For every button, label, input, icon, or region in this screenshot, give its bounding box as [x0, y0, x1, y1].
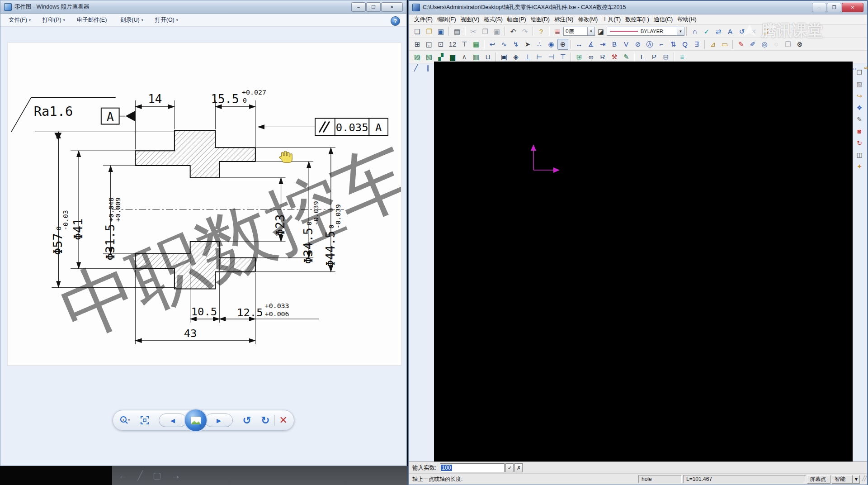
- green-pen-icon[interactable]: ✎: [621, 52, 632, 62]
- insert-style-icon[interactable]: ❖: [854, 102, 865, 113]
- cx-menu-format[interactable]: 格式(S): [484, 16, 503, 24]
- help-icon[interactable]: ?: [536, 26, 547, 37]
- ghost-x-icon[interactable]: ✕: [748, 26, 759, 37]
- layers-icon[interactable]: ≣: [552, 26, 563, 37]
- pv-menu-burn[interactable]: 刻录(U)▾: [120, 16, 143, 24]
- hatch-cut-icon[interactable]: ▥: [471, 52, 481, 62]
- cancel-circle-icon[interactable]: ⊗: [794, 39, 805, 50]
- props-icon[interactable]: ❐: [854, 67, 865, 77]
- zoom-window-icon[interactable]: ◱: [424, 39, 434, 50]
- pv-menu-email[interactable]: 电子邮件(E): [77, 16, 109, 24]
- delete-button[interactable]: ✕: [279, 414, 288, 426]
- tool-down-icon[interactable]: ⊥: [522, 52, 533, 62]
- switch-view-icon[interactable]: ⇄: [713, 26, 724, 37]
- cx-menu-view[interactable]: 视图(V): [461, 16, 480, 24]
- hand-page-icon[interactable]: ❑: [760, 26, 771, 37]
- dim-exists-icon[interactable]: ∃: [691, 39, 702, 50]
- gcode-icon[interactable]: ⊞: [574, 52, 585, 62]
- zigzag-icon[interactable]: ↯: [510, 39, 521, 50]
- scale-12-icon[interactable]: 12: [447, 39, 458, 50]
- print-icon[interactable]: ▤: [452, 26, 462, 37]
- resize-grip[interactable]: ╱╱: [862, 475, 866, 481]
- wave-icon[interactable]: ∿: [499, 39, 509, 50]
- new-icon[interactable]: ❏: [412, 26, 423, 37]
- red-pen-icon[interactable]: ✎: [736, 39, 746, 50]
- chevron-down-icon[interactable]: ▾: [853, 475, 860, 484]
- copy-icon[interactable]: ❐: [480, 26, 491, 37]
- list-icon[interactable]: ≡: [677, 52, 688, 62]
- groove-icon[interactable]: ▞: [435, 52, 446, 62]
- table-text-icon[interactable]: ⊤: [459, 39, 470, 50]
- cx-menu-dim[interactable]: 标注(N): [554, 16, 573, 24]
- cx-menu-lathe[interactable]: 数控车(L): [625, 16, 649, 24]
- cx-menu-paper[interactable]: 幅面(P): [507, 16, 526, 24]
- target-icon[interactable]: ◉: [546, 39, 557, 50]
- redo-icon[interactable]: ↷: [519, 26, 530, 37]
- player-stop-icon[interactable]: ▢: [153, 469, 161, 482]
- text-style-icon[interactable]: A: [725, 26, 736, 37]
- linestyle-combo[interactable]: BYLAYER ▼: [607, 27, 684, 36]
- cx-menu-comm[interactable]: 通信(C): [654, 16, 673, 24]
- caxa-canvas[interactable]: [434, 62, 853, 461]
- pv-minimize-button[interactable]: –: [351, 2, 366, 12]
- ref-icon[interactable]: R: [597, 52, 608, 62]
- export-icon[interactable]: ↪: [854, 90, 865, 101]
- cx-close-button[interactable]: ✕: [842, 3, 863, 12]
- dim-offset-icon[interactable]: ⇥: [597, 39, 608, 50]
- parallel-icon[interactable]: ∥: [422, 62, 434, 73]
- thread-icon[interactable]: ∧: [459, 52, 470, 62]
- update-style-icon[interactable]: ↻: [854, 138, 865, 148]
- view-code-icon[interactable]: ∞: [585, 52, 596, 62]
- rough-turn-icon[interactable]: ▨: [412, 52, 423, 62]
- zoom-text-icon[interactable]: ⊡: [435, 39, 446, 50]
- pick-arrow-icon[interactable]: ➤: [522, 39, 533, 50]
- pan-icon[interactable]: ⊞: [412, 39, 423, 50]
- fit-window-icon[interactable]: [140, 416, 149, 425]
- save-icon[interactable]: ▣: [435, 26, 446, 37]
- color-icon[interactable]: ◪: [595, 26, 606, 37]
- cx-menu-modify[interactable]: 修改(M): [578, 16, 598, 24]
- dim-diameter-icon[interactable]: ⊘: [632, 39, 643, 50]
- lib-icon[interactable]: L: [637, 52, 648, 62]
- cut-icon[interactable]: ✂: [468, 26, 479, 37]
- cx-maximize-button[interactable]: ❐: [827, 3, 841, 12]
- cx-menu-draw[interactable]: 绘图(D): [531, 16, 550, 24]
- edit-style-icon[interactable]: ✎: [854, 114, 865, 124]
- cx-menu-edit[interactable]: 编辑(E): [437, 16, 456, 24]
- photo-viewer-titlebar[interactable]: 零件图 - Windows 照片查看器 – ❐ ✕: [0, 0, 406, 14]
- pv-help-icon[interactable]: ?: [391, 16, 400, 26]
- line-icon[interactable]: ╱: [410, 62, 422, 73]
- rotate-ccw-icon[interactable]: ↺: [243, 414, 251, 427]
- slot-icon[interactable]: ⊔: [482, 52, 493, 62]
- tool-right-icon[interactable]: ⊣: [546, 52, 557, 62]
- diamond-icon[interactable]: ◈: [510, 52, 521, 62]
- cx-menu-file[interactable]: 文件(F): [414, 16, 433, 24]
- param-page-icon[interactable]: P: [649, 52, 660, 62]
- paste-icon[interactable]: ▣: [491, 26, 502, 37]
- toolbox-icon[interactable]: ⚒: [609, 52, 620, 62]
- zoom-icon[interactable]: +: [119, 416, 130, 425]
- player-back-icon[interactable]: ←: [118, 469, 127, 482]
- caxa-titlebar[interactable]: C:\Users\Administrator\Desktop\轴孔类零件\CAX…: [409, 1, 867, 14]
- tool-left-icon[interactable]: ⊢: [534, 52, 545, 62]
- refresh-icon[interactable]: ↺: [736, 26, 747, 37]
- layer-combo[interactable]: 0层▼: [563, 27, 595, 36]
- pv-menu-open[interactable]: 打开(O)▾: [155, 16, 178, 24]
- ortho-icon[interactable]: ∩: [689, 26, 700, 37]
- spline-edit-icon[interactable]: ↩: [487, 39, 498, 50]
- smart-mode-combo[interactable]: 智能: [832, 475, 853, 484]
- zoom-plus-icon[interactable]: ◎: [759, 39, 770, 50]
- chevron-down-icon[interactable]: ▼: [677, 27, 684, 35]
- tool-up-icon[interactable]: ⊤: [557, 52, 568, 62]
- part-drawing-photo[interactable]: Ra1.6 A 0.035 A 14 15.5 +0.027 0: [7, 43, 401, 366]
- measure-ruler-icon[interactable]: ▭: [719, 39, 730, 50]
- previous-button[interactable]: ◀: [159, 414, 187, 427]
- drill-icon[interactable]: ▆: [447, 52, 458, 62]
- new-style-icon[interactable]: ✦: [854, 161, 865, 171]
- blue-pen-icon[interactable]: ✐: [747, 39, 758, 50]
- dim-chamfer-icon[interactable]: V: [621, 39, 632, 50]
- cx-minimize-button[interactable]: –: [812, 3, 826, 12]
- dim-vertical-icon[interactable]: ⇅: [668, 39, 679, 50]
- dim-leader-icon[interactable]: Ⓐ: [644, 39, 655, 50]
- pv-menu-print[interactable]: 打印(P)▾: [42, 16, 65, 24]
